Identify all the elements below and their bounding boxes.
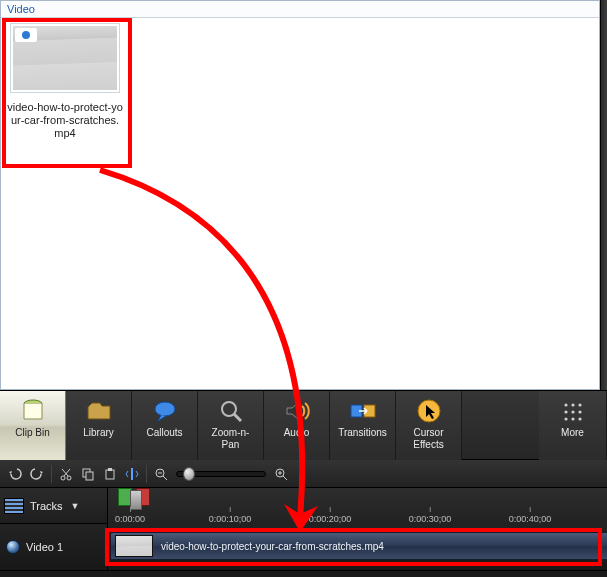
playhead[interactable] [118,488,178,510]
tracks-label: Tracks [30,500,63,512]
svg-point-12 [571,417,574,420]
track-name-label: Video 1 [26,541,63,553]
ruler-tick: 0:00:40;00 [509,514,552,524]
zoom-n-pan-label: Zoom-n- Pan [212,427,250,451]
playhead-handle-icon[interactable] [130,490,142,510]
zoom-out-button[interactable] [150,464,172,484]
split-button[interactable] [121,464,143,484]
svg-point-15 [67,476,71,480]
visibility-toggle-icon[interactable] [6,540,20,554]
cursor-icon [415,397,443,425]
ruler-tick: 0:00:30;00 [409,514,452,524]
clip-bin-item[interactable]: video-how-to-protect-your-car-from-scrat… [7,23,123,140]
timeline-clip[interactable]: video-how-to-protect-your-car-from-scrat… [110,532,607,560]
redo-button[interactable] [26,464,48,484]
track-body[interactable]: video-how-to-protect-your-car-from-scrat… [108,524,607,570]
ruler-tick: 0:00:20;00 [309,514,352,524]
tools-toolbar: Clip Bin Library Callouts Zoom-n- Pan Au… [0,390,607,460]
transitions-label: Transitions [338,427,387,439]
svg-point-1 [222,402,236,416]
track-header[interactable]: Video 1 [0,524,108,570]
svg-point-6 [571,403,574,406]
svg-rect-19 [108,468,112,471]
ruler-tick: 0:00:00 [115,514,145,524]
timeline-controls [0,460,607,488]
transitions-tab[interactable]: Transitions [330,391,396,461]
more-icon [559,397,587,425]
zoom-slider[interactable] [176,471,266,477]
copy-button[interactable] [77,464,99,484]
clip-thumbnail[interactable] [10,23,120,93]
svg-rect-18 [106,470,114,479]
separator [51,465,52,483]
svg-point-10 [578,410,581,413]
clip-bin-label: Clip Bin [15,427,49,439]
zoom-n-pan-tab[interactable]: Zoom-n- Pan [198,391,264,461]
callouts-tab[interactable]: Callouts [132,391,198,461]
toolbar-spacer [462,391,539,459]
svg-point-11 [564,417,567,420]
clip-mini-thumbnail [115,535,153,557]
tracks-grip-icon [4,498,24,514]
paste-button[interactable] [99,464,121,484]
svg-point-9 [571,410,574,413]
library-icon [85,397,113,425]
callouts-icon [151,397,179,425]
timeline-clip-label: video-how-to-protect-your-car-from-scrat… [161,541,384,552]
ruler-tick: 0:00:10;00 [209,514,252,524]
svg-rect-17 [86,472,93,480]
audio-label: Audio [284,427,310,439]
tracks-menu[interactable]: Tracks ▼ [0,488,108,524]
library-tab[interactable]: Library [66,391,132,461]
audio-icon [283,397,311,425]
clip-filename-label: video-how-to-protect-your-car-from-scrat… [7,101,123,140]
more-label: More [561,427,584,439]
audio-tab[interactable]: Audio [264,391,330,461]
zoom-slider-thumb[interactable] [183,467,195,481]
timeline-header: Tracks ▼ 0:00:00 0:00:10;00 0:00:20;00 0… [0,488,607,524]
library-label: Library [83,427,114,439]
more-tab[interactable]: More [539,391,607,461]
timeline-ruler[interactable]: 0:00:00 0:00:10;00 0:00:20;00 0:00:30;00… [108,488,607,524]
logo-badge-icon [15,28,37,42]
callouts-label: Callouts [146,427,182,439]
svg-point-13 [578,417,581,420]
chevron-down-icon: ▼ [71,501,80,511]
svg-point-7 [578,403,581,406]
bottom-edge [0,570,607,577]
svg-point-8 [564,410,567,413]
zoom-in-button[interactable] [270,464,292,484]
timeline-track-row: Video 1 video-how-to-protect-your-car-fr… [0,524,607,570]
zoom-icon [217,397,245,425]
svg-point-0 [155,402,175,416]
separator [146,465,147,483]
panel-right-edge [600,0,607,390]
cut-button[interactable] [55,464,77,484]
cursor-effects-tab[interactable]: Cursor Effects [396,391,462,461]
clip-bin-panel: Video video-how-to-protect-your-car-from… [0,0,600,390]
svg-point-5 [564,403,567,406]
cursor-effects-label: Cursor Effects [413,427,443,451]
clip-bin-tab[interactable]: Clip Bin [0,391,66,461]
ruler-ticks: 0:00:00 0:00:10;00 0:00:20;00 0:00:30;00… [108,508,607,524]
clip-bin-icon [19,397,47,425]
svg-point-14 [61,476,65,480]
clip-bin-header: Video [1,1,599,18]
transitions-icon [349,397,377,425]
undo-button[interactable] [4,464,26,484]
